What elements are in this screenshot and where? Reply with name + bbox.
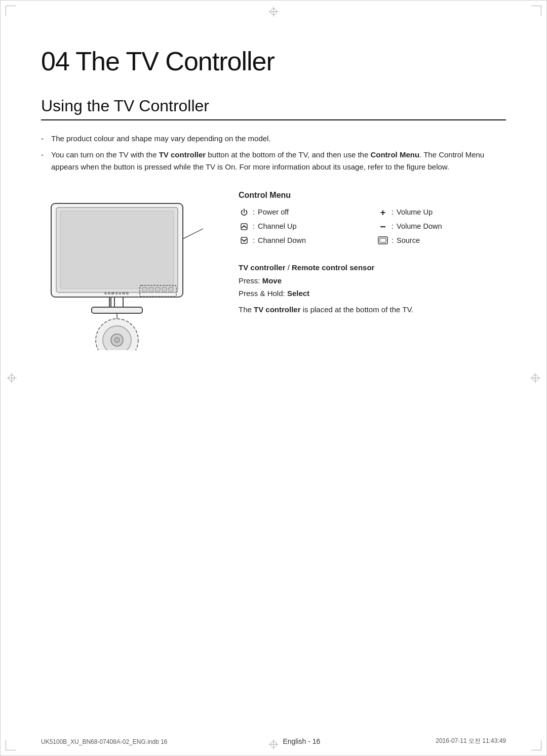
source-icon: [377, 236, 388, 244]
menu-item-source-label: Source: [397, 235, 420, 246]
channel-down-icon: [239, 237, 250, 244]
svg-rect-37: [380, 238, 386, 242]
control-menu-title: Control Menu: [239, 191, 506, 200]
channel-up-icon: [239, 223, 250, 230]
tv-svg: SAMSUNG: [41, 188, 203, 350]
caption4-bold: TV controller: [254, 305, 301, 314]
menu-item-channel-up-label: Channel Up: [258, 221, 297, 232]
caption-line-1: TV controller / Remote control sensor: [239, 261, 506, 274]
caption1-bold2: Remote control sensor: [292, 263, 374, 272]
svg-rect-17: [142, 287, 147, 292]
menu-item-channel-down-colon: :: [253, 235, 255, 246]
footer-left: UK5100B_XU_BN68-07408A-02_ENG.indb 16: [41, 738, 168, 745]
caption2-label: Press:: [239, 276, 262, 285]
caption-line-4: The TV controller is placed at the botto…: [239, 303, 506, 316]
svg-rect-18: [149, 287, 153, 292]
reg-mark-right: [530, 373, 540, 383]
menu-item-power-colon: :: [253, 207, 255, 218]
svg-rect-26: [92, 307, 142, 313]
main-title: 04 The TV Controller: [41, 46, 506, 76]
svg-text:SAMSUNG: SAMSUNG: [104, 291, 130, 295]
menu-item-power: : Power off: [239, 207, 367, 218]
caption3-label: Press & Hold:: [239, 289, 287, 298]
caption-line-2: Press: Move: [239, 274, 506, 287]
corner-mark-tr: [531, 6, 541, 16]
caption3-bold: Select: [287, 289, 309, 298]
caption-area: TV controller / Remote control sensor Pr…: [239, 261, 506, 316]
menu-item-channel-down: : Channel Down: [239, 235, 367, 246]
bullet-list: The product colour and shape may vary de…: [41, 133, 506, 173]
menu-item-volume-up-label: Volume Up: [397, 207, 433, 218]
svg-rect-34: [241, 224, 247, 230]
tv-illustration: SAMSUNG: [41, 188, 223, 350]
footer: UK5100B_XU_BN68-07408A-02_ENG.indb 16 En…: [1, 737, 546, 745]
menu-item-channel-up-colon: :: [253, 221, 255, 232]
footer-right: 2016-07-11 오전 11:43:49: [436, 737, 506, 745]
menu-item-source: : Source: [377, 235, 506, 246]
menu-item-volume-down: − : Volume Down: [377, 221, 506, 232]
bullet-item-2: You can turn on the TV with the TV contr…: [41, 149, 506, 173]
reg-mark-top: [268, 7, 279, 17]
svg-rect-19: [155, 287, 160, 292]
control-menu-panel: Control Menu : Power off +: [239, 188, 506, 350]
reg-mark-left: [7, 373, 17, 383]
plus-icon: +: [377, 208, 388, 217]
menu-item-source-colon: :: [392, 235, 394, 246]
svg-point-33: [114, 338, 120, 343]
caption-line-3: Press & Hold: Select: [239, 287, 506, 300]
bullet-item-1: The product colour and shape may vary de…: [41, 133, 506, 145]
illustration-section: SAMSUNG: [41, 188, 506, 350]
power-icon: [239, 208, 250, 217]
menu-items-grid: : Power off + : Volume Up: [239, 207, 506, 246]
menu-item-power-label: Power off: [258, 207, 289, 218]
caption1-bold1: TV controller: [239, 263, 286, 272]
svg-rect-21: [169, 287, 173, 292]
svg-line-27: [183, 224, 203, 239]
menu-item-volume-up-colon: :: [392, 207, 394, 218]
caption2-bold: Move: [262, 276, 282, 285]
minus-icon: −: [377, 223, 388, 231]
svg-rect-14: [60, 211, 174, 288]
menu-item-channel-up: : Channel Up: [239, 221, 367, 232]
menu-item-volume-down-colon: :: [392, 221, 394, 232]
footer-center: English - 16: [283, 737, 320, 745]
svg-rect-35: [241, 237, 247, 243]
corner-mark-tl: [6, 6, 16, 16]
menu-item-channel-down-label: Channel Down: [258, 235, 306, 246]
menu-item-volume-up: + : Volume Up: [377, 207, 506, 218]
svg-rect-23: [114, 297, 120, 308]
svg-rect-20: [162, 287, 167, 292]
svg-rect-22: [109, 297, 114, 308]
menu-item-volume-down-label: Volume Down: [397, 221, 442, 232]
page: 04 The TV Controller Using the TV Contro…: [0, 0, 547, 756]
section-title: Using the TV Controller: [41, 97, 506, 120]
